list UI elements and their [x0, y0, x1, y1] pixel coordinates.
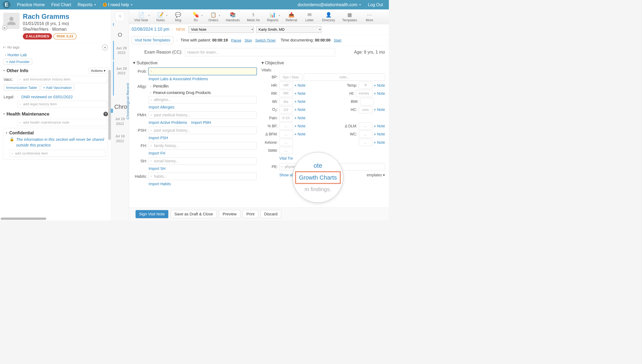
health-maintenance-input[interactable]: add health maintenance note: [17, 119, 107, 126]
confidential-input[interactable]: add confidential item: [9, 150, 106, 157]
import-fh-link[interactable]: Import FH: [149, 151, 165, 155]
wc-input[interactable]: [359, 131, 372, 138]
nav-help[interactable]: ! I need help ▼: [100, 2, 136, 7]
templates-label-partial[interactable]: emplates ▾: [367, 173, 385, 177]
sh-input[interactable]: [149, 158, 257, 165]
globe-icon[interactable]: ⊕: [2, 25, 7, 30]
toolbar-directory[interactable]: 👤Directory: [319, 10, 339, 23]
import-psh-link[interactable]: Import PSH: [149, 136, 168, 140]
actions-dropdown[interactable]: Actions ▾: [89, 68, 108, 74]
elation-logo[interactable]: E: [3, 1, 11, 9]
allergy-item[interactable]: Peanut-containing Drug Products: [149, 90, 257, 96]
help-icon[interactable]: ?: [103, 112, 108, 116]
pbf-input[interactable]: [279, 122, 293, 130]
toolbar-handouts[interactable]: 📚Handouts: [222, 10, 243, 23]
import-pmh-link[interactable]: Import PMH: [191, 121, 211, 125]
switch-timer-link[interactable]: Switch Timer: [255, 38, 276, 43]
rr-add-note[interactable]: + Note: [294, 91, 305, 96]
start-link[interactable]: Start: [334, 38, 341, 43]
import-sh-link[interactable]: Import SH: [149, 166, 166, 171]
stop-link[interactable]: Stop: [245, 38, 252, 43]
note-type-select[interactable]: Visit Note: [189, 26, 254, 33]
vacc-input[interactable]: add immunization history item: [17, 76, 107, 83]
nav-find-chart[interactable]: Find Chart: [48, 2, 74, 7]
immunization-table-button[interactable]: Immunization Table: [4, 85, 39, 90]
temp-add-note[interactable]: + Note: [374, 83, 385, 88]
ht-input[interactable]: [356, 90, 372, 97]
import-labs-link[interactable]: Import Labs & Associated Problems: [149, 77, 208, 81]
patient-name[interactable]: Rach Gramms: [23, 13, 108, 20]
toolbar-notes[interactable]: 📝Notes▼: [152, 10, 169, 23]
habits-input[interactable]: [149, 173, 257, 180]
hr-add-note[interactable]: + Note: [294, 83, 305, 88]
pain-input[interactable]: [279, 114, 293, 122]
extra-add-note[interactable]: + Note: [374, 140, 385, 145]
timeline-entry[interactable]: Jul 18 2022: [111, 127, 129, 145]
import-habits-link[interactable]: Import Habits: [149, 182, 171, 186]
temp-input[interactable]: [359, 82, 372, 89]
pbf-add-note[interactable]: + Note: [294, 124, 305, 128]
toolbar-reports[interactable]: 📊Reports▼: [264, 10, 282, 23]
timeline-entry[interactable]: [113, 23, 129, 26]
extra-input[interactable]: [359, 139, 372, 146]
smm-input[interactable]: [279, 147, 293, 154]
nav-practice-home[interactable]: Practice Home: [14, 2, 48, 7]
hc-input[interactable]: [359, 106, 372, 113]
preview-button[interactable]: Preview: [219, 210, 240, 218]
caret-down-icon[interactable]: ▾: [133, 60, 135, 66]
nav-reports[interactable]: Reports ▼: [74, 2, 100, 7]
bp-input[interactable]: [279, 74, 302, 81]
bfm-add-note[interactable]: + Note: [294, 132, 305, 136]
search-button[interactable]: [116, 12, 125, 21]
o2-add-note[interactable]: + Note: [294, 107, 305, 112]
caret-down-icon[interactable]: ▼: [5, 132, 8, 134]
psh-input[interactable]: [149, 127, 257, 134]
hc-add-note[interactable]: + Note: [374, 107, 385, 112]
toolbar-referral[interactable]: 📤Referral: [282, 10, 300, 23]
caret-down-icon[interactable]: ▾: [261, 60, 264, 66]
bfm-input[interactable]: [279, 131, 293, 138]
prob-input[interactable]: [149, 68, 257, 75]
add-provider-button[interactable]: + Add Provider: [4, 59, 32, 65]
import-allergies-link[interactable]: Import Allergies: [149, 105, 175, 110]
horizontal-scrollbar[interactable]: [1, 218, 46, 220]
provider-select[interactable]: Karly Smith, MD: [256, 26, 321, 33]
discard-button[interactable]: Discard: [260, 210, 281, 218]
import-active-problems-link[interactable]: Import Active Problems: [149, 121, 187, 125]
bmi-input[interactable]: [360, 98, 374, 105]
exam-reason-input[interactable]: [185, 48, 335, 56]
allergy-input[interactable]: [149, 96, 257, 103]
nav-user[interactable]: doctordemo@elationhealth.com ▼: [294, 2, 365, 7]
pause-link[interactable]: Pause: [231, 38, 241, 43]
pain-add-note[interactable]: + Note: [294, 116, 305, 120]
caret-down-icon[interactable]: ▼: [3, 69, 5, 72]
expand-handle[interactable]: [111, 108, 113, 113]
vital-trends-link[interactable]: Vital Tre: [279, 156, 293, 160]
note-date-time[interactable]: 02/08/2024 1:10 pm: [132, 27, 169, 32]
toolbar-templates[interactable]: ▦Templates: [339, 10, 360, 23]
toolbar-orders[interactable]: 📋Orders▼: [205, 10, 222, 23]
scrollbar[interactable]: [108, 70, 111, 140]
pmh-input[interactable]: [149, 111, 257, 119]
add-tag-button[interactable]: +: [102, 44, 108, 50]
nav-logout[interactable]: Log Out: [365, 2, 386, 7]
hunter-lab-link[interactable]: ›Hunter Lab: [0, 52, 111, 58]
allergies-badge[interactable]: 2 ALLERGIES: [23, 33, 52, 40]
risk-badge[interactable]: RISK 0.23: [53, 33, 76, 40]
patient-avatar[interactable]: ⊕: [3, 13, 20, 29]
visit-note-templates-button[interactable]: Visit Note Templates: [132, 37, 173, 44]
dlm-add-note[interactable]: + Note: [374, 124, 385, 128]
rr-input[interactable]: [279, 90, 293, 97]
allergy-item[interactable]: Penicillin: [149, 83, 257, 89]
bp-note-input[interactable]: [304, 74, 385, 81]
dnr-link[interactable]: DNR reviewed on 03/01/2022: [22, 95, 73, 99]
toolbar-more[interactable]: ⋯More: [361, 10, 378, 23]
fh-input[interactable]: [149, 142, 257, 149]
dlm-input[interactable]: [359, 122, 372, 130]
toolbar-visit-note[interactable]: 📄Visit Note▼: [131, 10, 151, 23]
sign-visit-note-button[interactable]: Sign Visit Note: [135, 210, 168, 218]
ketone-input[interactable]: [279, 139, 293, 146]
timeline-entry[interactable]: Jun 29 2023: [113, 41, 129, 60]
wc-add-note[interactable]: + Note: [374, 132, 385, 136]
wt-input[interactable]: [279, 98, 293, 105]
